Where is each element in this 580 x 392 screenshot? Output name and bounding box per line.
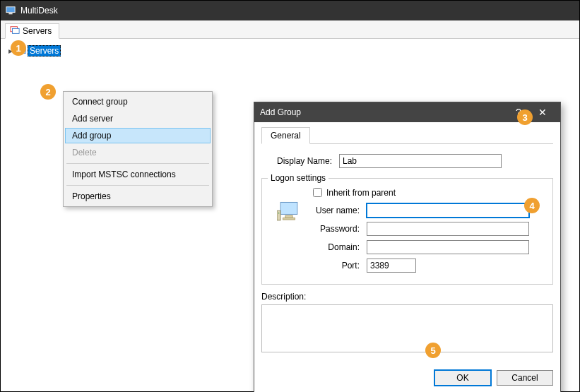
content-area: ▸ Servers 1 2 3 4 5 Connect group Add se… bbox=[1, 39, 579, 391]
svg-rect-0 bbox=[6, 7, 15, 13]
domain-input[interactable] bbox=[367, 240, 529, 254]
description-input[interactable] bbox=[261, 304, 553, 352]
app-icon bbox=[5, 5, 16, 16]
menu-add-group[interactable]: Add group bbox=[65, 128, 211, 143]
tree-root-label: Servers bbox=[28, 45, 61, 57]
svg-rect-6 bbox=[280, 202, 297, 214]
domain-label: Domain: bbox=[310, 242, 367, 252]
tab-label: Servers bbox=[23, 26, 52, 36]
app-title: MultiDesk bbox=[20, 6, 58, 16]
step-badge-4: 4 bbox=[524, 198, 540, 213]
titlebar: MultiDesk bbox=[1, 1, 579, 20]
svg-rect-3 bbox=[13, 28, 20, 33]
dialog-titlebar: Add Group ? ✕ bbox=[254, 102, 560, 122]
display-name-input[interactable] bbox=[339, 154, 502, 168]
menu-delete: Delete bbox=[65, 144, 211, 161]
password-label: Password: bbox=[310, 224, 367, 234]
step-badge-3: 3 bbox=[517, 109, 533, 125]
description-label: Description: bbox=[261, 292, 553, 302]
dialog-buttons: OK Cancel bbox=[254, 362, 560, 392]
menu-label: Add group bbox=[72, 131, 111, 141]
svg-rect-8 bbox=[283, 218, 295, 220]
step-badge-1: 1 bbox=[11, 40, 26, 56]
svg-rect-9 bbox=[277, 210, 280, 220]
app-window: MultiDesk Servers ▸ Servers 1 2 3 4 5 bbox=[0, 0, 580, 392]
menu-separator bbox=[66, 185, 209, 186]
port-label: Port: bbox=[310, 261, 367, 271]
cancel-button[interactable]: Cancel bbox=[497, 370, 553, 386]
port-input[interactable] bbox=[367, 259, 416, 273]
tab-label: General bbox=[271, 131, 301, 141]
menu-properties[interactable]: Properties bbox=[65, 188, 211, 205]
logon-settings-group: Logon settings bbox=[261, 178, 553, 285]
menu-label: Connect group bbox=[72, 97, 128, 107]
svg-rect-7 bbox=[285, 215, 292, 218]
menu-label: Add server bbox=[72, 114, 113, 124]
servers-icon bbox=[10, 25, 20, 37]
menu-label: Delete bbox=[72, 148, 97, 158]
monitor-icon bbox=[268, 184, 310, 277]
svg-rect-1 bbox=[8, 13, 12, 15]
menu-label: Properties bbox=[72, 191, 111, 201]
inherit-label: Inherit from parent bbox=[326, 188, 396, 198]
context-menu: Connect group Add server Add group Delet… bbox=[63, 91, 213, 207]
tab-servers[interactable]: Servers bbox=[5, 23, 59, 39]
menu-import-mstsc[interactable]: Import MSTSC connections bbox=[65, 166, 211, 183]
svg-point-10 bbox=[278, 213, 280, 214]
tab-general[interactable]: General bbox=[261, 127, 310, 144]
close-button[interactable]: ✕ bbox=[531, 107, 555, 118]
tab-strip: Servers bbox=[1, 20, 579, 39]
dialog-body: General Display Name: Logon settings bbox=[254, 122, 560, 362]
username-input[interactable] bbox=[367, 203, 529, 218]
button-label: Cancel bbox=[511, 373, 538, 383]
add-group-dialog: Add Group ? ✕ General Display Name: Logo… bbox=[254, 102, 561, 392]
logon-legend: Logon settings bbox=[268, 173, 329, 183]
menu-separator bbox=[66, 163, 209, 164]
menu-add-server[interactable]: Add server bbox=[65, 110, 211, 127]
dialog-tabs: General bbox=[261, 126, 553, 144]
username-label: User name: bbox=[310, 206, 367, 215]
ok-button[interactable]: OK bbox=[434, 370, 491, 386]
step-badge-5: 5 bbox=[425, 343, 441, 358]
menu-connect-group[interactable]: Connect group bbox=[65, 93, 211, 110]
dialog-title: Add Group bbox=[260, 107, 301, 117]
password-input[interactable] bbox=[367, 222, 529, 236]
inherit-checkbox[interactable] bbox=[313, 188, 322, 197]
step-badge-2: 2 bbox=[40, 84, 56, 100]
button-label: OK bbox=[456, 373, 468, 383]
display-name-label: Display Name: bbox=[261, 156, 339, 166]
menu-label: Import MSTSC connections bbox=[72, 170, 176, 179]
